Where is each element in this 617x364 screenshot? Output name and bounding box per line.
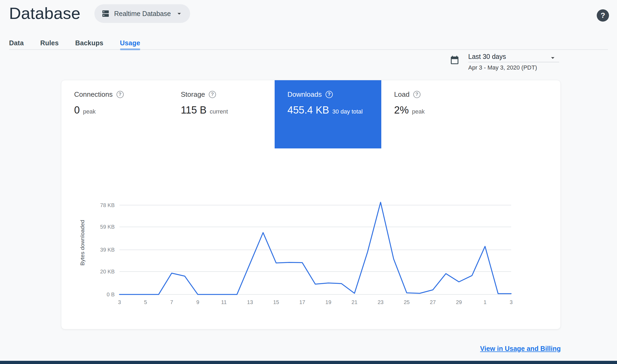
metric-value: 115 B: [181, 104, 206, 116]
metric-title: Downloads: [287, 90, 322, 99]
downloads-line-chart-svg: 0 B20 KB39 KB59 KB78 KB35791113151719212…: [77, 197, 525, 312]
tab-bar: Data Rules Backups Usage: [9, 37, 140, 49]
database-selector-label: Realtime Database: [114, 10, 171, 18]
view-usage-and-billing-link[interactable]: View in Usage and Billing: [480, 345, 561, 353]
svg-text:11: 11: [221, 299, 227, 305]
svg-text:7: 7: [170, 299, 173, 305]
metric-title: Storage: [181, 90, 205, 99]
page-title: Database: [9, 4, 81, 23]
database-selector-dropdown[interactable]: Realtime Database: [94, 4, 190, 23]
svg-text:9: 9: [196, 299, 199, 305]
help-outline-icon[interactable]: [413, 91, 420, 98]
svg-text:20 KB: 20 KB: [100, 269, 115, 274]
svg-text:17: 17: [299, 299, 305, 305]
tab-usage[interactable]: Usage: [120, 37, 140, 49]
svg-text:1: 1: [484, 299, 487, 305]
metric-tile-storage[interactable]: Storage 115 B current: [168, 80, 275, 148]
svg-text:21: 21: [351, 299, 357, 305]
tabs-divider: [9, 49, 608, 50]
svg-text:13: 13: [247, 299, 253, 305]
date-range-detail: Apr 3 - May 3, 2020 (PDT): [468, 64, 537, 71]
svg-text:29: 29: [456, 299, 462, 305]
metric-qualifier: peak: [412, 108, 425, 115]
svg-text:39 KB: 39 KB: [100, 247, 115, 253]
date-range-dropdown[interactable]: Last 30 days: [468, 53, 559, 60]
help-outline-icon[interactable]: [326, 91, 333, 98]
calendar-icon: [450, 55, 460, 66]
tab-backups[interactable]: Backups: [75, 37, 103, 49]
help-icon[interactable]: ?: [597, 9, 609, 22]
svg-text:Bytes downloaded: Bytes downloaded: [79, 220, 85, 266]
tab-rules[interactable]: Rules: [40, 37, 59, 49]
svg-text:3: 3: [118, 299, 121, 305]
metric-value: 2%: [394, 104, 409, 116]
help-outline-icon[interactable]: [117, 91, 124, 98]
bottom-bar: [0, 361, 617, 364]
date-range-underline: [468, 62, 559, 62]
svg-text:25: 25: [404, 299, 410, 305]
metric-value: 455.4 KB: [287, 104, 329, 116]
tab-data[interactable]: Data: [9, 37, 24, 49]
usage-card: Connections 0 peak Storage 115 B current…: [61, 80, 561, 329]
svg-text:27: 27: [430, 299, 436, 305]
metric-qualifier: peak: [83, 108, 96, 115]
help-outline-icon[interactable]: [209, 91, 216, 98]
metric-value: 0: [74, 104, 80, 116]
dropdown-arrow-icon: [549, 54, 557, 63]
metric-title: Load: [394, 90, 410, 99]
metric-tile-downloads[interactable]: Downloads 455.4 KB 30 day total: [275, 80, 381, 148]
svg-text:59 KB: 59 KB: [100, 224, 115, 230]
svg-text:23: 23: [378, 299, 383, 305]
svg-text:19: 19: [325, 299, 331, 305]
metric-tile-load[interactable]: Load 2% peak: [381, 80, 488, 148]
svg-text:5: 5: [144, 299, 147, 305]
metric-title: Connections: [74, 90, 113, 99]
chevron-down-icon: [175, 10, 183, 18]
metric-qualifier: 30 day total: [332, 108, 363, 115]
metric-tile-connections[interactable]: Connections 0 peak: [61, 80, 168, 148]
svg-text:0 B: 0 B: [107, 292, 115, 297]
svg-text:15: 15: [273, 299, 279, 305]
svg-text:78 KB: 78 KB: [100, 202, 115, 208]
database-icon: [101, 9, 110, 18]
downloads-line-chart: 0 B20 KB39 KB59 KB78 KB35791113151719212…: [77, 197, 525, 312]
metric-qualifier: current: [210, 108, 228, 115]
svg-text:3: 3: [510, 299, 512, 305]
